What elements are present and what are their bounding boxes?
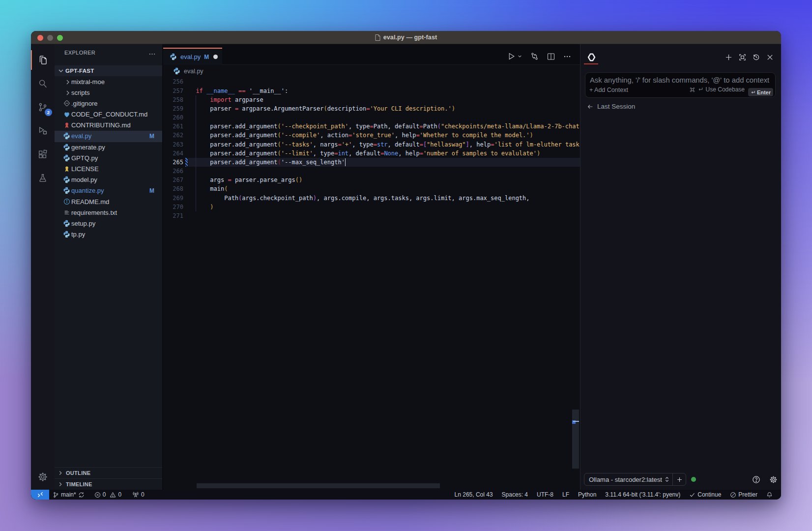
- explorer-more-actions-icon[interactable]: [148, 50, 156, 59]
- last-session-link[interactable]: Last Session: [587, 103, 635, 110]
- tab-eval-py[interactable]: eval.py M: [163, 48, 222, 65]
- code-editor[interactable]: 256257if __name__ == '__main__':258 impo…: [163, 77, 580, 490]
- activity-bar-explorer[interactable]: [31, 48, 55, 72]
- files-icon: [37, 55, 48, 65]
- add-model-button[interactable]: [676, 476, 683, 483]
- status-bar: main*000 Ln 265, Col 43Spaces: 4UTF-8LFP…: [31, 490, 781, 500]
- outline-label: OUTLINE: [66, 470, 90, 476]
- editor-group: eval.py M: [163, 44, 580, 490]
- chat-input-placeholder: Ask anything, '/' for slash commands, '@…: [590, 76, 769, 84]
- file-tree-item-gptq-py[interactable]: GPTQ.py: [55, 153, 162, 164]
- spaces-status[interactable]: Spaces: 4: [497, 491, 532, 498]
- split-editor-icon[interactable]: [547, 53, 555, 60]
- file-name: CONTRIBUTING.md: [71, 121, 131, 129]
- search-icon: [37, 78, 48, 89]
- error-icon: [94, 492, 101, 498]
- select-updown-icon: [664, 476, 670, 482]
- close-panel-icon[interactable]: [766, 54, 774, 61]
- python-icon: [63, 132, 70, 140]
- continue-status[interactable]: Continue: [685, 491, 725, 498]
- activity-bar-run-debug[interactable]: [31, 119, 55, 143]
- code-line-266: 266: [163, 167, 580, 176]
- file-tree-item-scripts[interactable]: scripts: [55, 88, 162, 98]
- notifications-bell[interactable]: [762, 492, 773, 498]
- fullscreen-icon[interactable]: [739, 54, 746, 61]
- explorer-title: EXPLORER: [64, 50, 95, 56]
- history-icon[interactable]: [753, 54, 760, 61]
- file-tree-item-contributing-md[interactable]: CONTRIBUTING.md: [55, 120, 162, 131]
- file-tree-item-code-of-conduct-md[interactable]: CODE_OF_CONDUCT.md: [55, 109, 162, 120]
- encoding-status[interactable]: UTF-8: [532, 491, 558, 498]
- list-icon: [63, 209, 70, 216]
- file-tree-item-eval-py[interactable]: eval.pyM: [55, 131, 162, 142]
- chat-input[interactable]: Ask anything, '/' for slash commands, '@…: [585, 72, 776, 98]
- run-python-file-button[interactable]: [507, 52, 522, 60]
- code-line-265: 265 parser.add_argument('--max_seq_lengt…: [163, 158, 580, 167]
- code-line-256: 256: [163, 77, 580, 86]
- sync-icon: [78, 492, 85, 498]
- explorer-sidebar: EXPLORER GPT-FAST mixtral-moescripts.git…: [55, 44, 162, 490]
- eol-status[interactable]: LF: [558, 491, 574, 498]
- extensions-icon: [37, 149, 48, 160]
- explorer-section-gpt-fast[interactable]: GPT-FAST: [55, 65, 162, 76]
- new-session-icon[interactable]: [725, 54, 732, 61]
- timeline-section[interactable]: TIMELINE: [55, 478, 162, 489]
- file-tree-item-tp-py[interactable]: tp.py: [55, 229, 162, 240]
- debug-icon: [37, 125, 48, 136]
- remote-indicator[interactable]: [31, 490, 49, 500]
- file-tree-item-setup-py[interactable]: setup.py: [55, 218, 162, 229]
- file-tree-item-requirements-txt[interactable]: requirements.txt: [55, 207, 162, 218]
- settings-gear-icon[interactable]: [769, 475, 778, 484]
- branch-status[interactable]: main*: [53, 491, 89, 498]
- activity-bar-extensions[interactable]: [31, 143, 55, 166]
- line-number: 265: [163, 158, 183, 167]
- activity-bar-testing[interactable]: [31, 166, 55, 190]
- code-line-260: 260: [163, 113, 580, 122]
- prettier-status[interactable]: Prettier: [725, 491, 762, 498]
- line-number: 271: [163, 211, 183, 220]
- python-icon: [173, 67, 180, 75]
- chevron-right-icon: [57, 470, 64, 476]
- file-name: generate.py: [71, 144, 105, 151]
- file-tree-item-quantize-py[interactable]: quantize.pyM: [55, 185, 162, 196]
- connection-status-dot: [691, 477, 696, 482]
- ports-status[interactable]: 0: [126, 491, 148, 498]
- activity-bar-source-control[interactable]: 2: [31, 95, 55, 119]
- horizontal-scrollbar[interactable]: [197, 483, 440, 488]
- file-tree-item--gitignore[interactable]: .gitignore: [55, 98, 162, 109]
- chevron-down-icon: [57, 67, 65, 75]
- code-line-271: 271: [163, 211, 580, 220]
- window-title: eval.py — gpt-fast: [31, 31, 781, 44]
- breadcrumb[interactable]: eval.py: [163, 65, 580, 77]
- chevron-right-icon: [64, 78, 72, 86]
- line-col-status[interactable]: Ln 265, Col 43: [450, 491, 497, 498]
- git-icon: [63, 100, 70, 107]
- outline-section[interactable]: OUTLINE: [55, 467, 162, 478]
- add-context-button[interactable]: + Add Context: [589, 87, 628, 93]
- continue-panel: Ask anything, '/' for slash commands, '@…: [580, 44, 781, 490]
- enter-button[interactable]: Enter: [748, 88, 773, 96]
- file-tree-item-model-py[interactable]: model.py: [55, 175, 162, 185]
- help-icon[interactable]: [752, 475, 760, 484]
- file-tree-item-license[interactable]: LICENSE: [55, 164, 162, 175]
- code-line-261: 261 parser.add_argument('--checkpoint_pa…: [163, 122, 580, 131]
- file-tree-item-mixtral-moe[interactable]: mixtral-moe: [55, 77, 162, 88]
- editor-more-actions-icon[interactable]: [563, 53, 571, 60]
- activity-bar-settings[interactable]: [31, 465, 55, 489]
- line-number: 268: [163, 184, 183, 193]
- file-tree-item-readme-md[interactable]: README.md: [55, 197, 162, 207]
- activity-bar: 2: [31, 44, 55, 490]
- text-cursor: [345, 158, 346, 166]
- code-line-263: 263 parser.add_argument('--tasks', nargs…: [163, 140, 580, 149]
- open-changes-icon[interactable]: [530, 52, 539, 60]
- vertical-scrollbar[interactable]: [572, 410, 579, 469]
- language-status[interactable]: Python: [574, 491, 601, 498]
- file-tree-item-generate-py[interactable]: generate.py: [55, 142, 162, 153]
- model-selector[interactable]: Ollama - starcoder2:latest: [584, 473, 686, 486]
- git-modified-badge: M: [149, 187, 154, 194]
- activity-bar-search[interactable]: [31, 72, 55, 95]
- contributing-icon: [63, 121, 70, 129]
- warning-icon: [110, 492, 116, 498]
- problems-status[interactable]: 00: [89, 491, 126, 498]
- interpreter-status[interactable]: 3.11.4 64-bit ('3.11.4': pyenv): [601, 491, 685, 498]
